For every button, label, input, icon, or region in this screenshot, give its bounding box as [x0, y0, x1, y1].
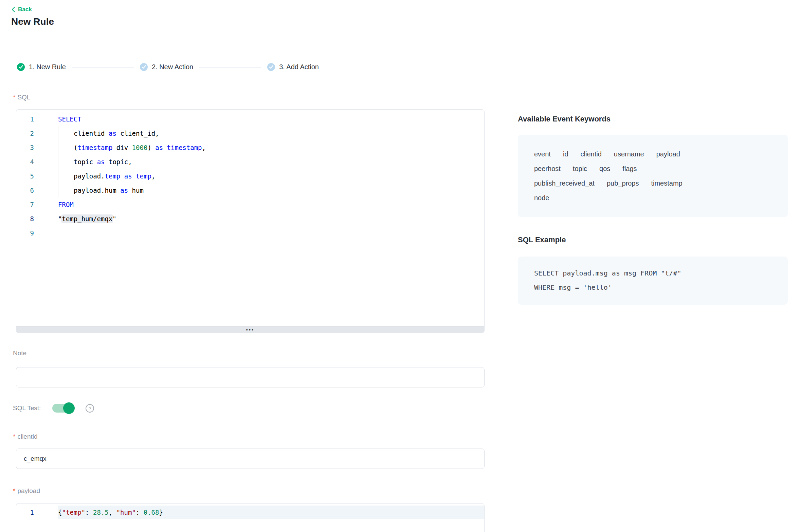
sql-editor[interactable]: 1SELECT2clientid as client_id,3(timestam… [16, 109, 485, 333]
clientid-field-label: *clientid [13, 433, 38, 440]
new-rule-page: Back New Rule 1. New Rule 2. New Action … [0, 0, 800, 532]
sql-test-row: SQL Test: ? [13, 404, 94, 413]
sql-example-box: SELECT payload.msg as msg FROM "t/#"WHER… [518, 256, 788, 305]
check-icon [17, 63, 25, 71]
event-keyword: pub_props [607, 176, 639, 191]
event-keyword: id [563, 147, 568, 162]
code-line: 3(timestamp div 1000) as timestamp, [16, 140, 484, 155]
chevron-left-icon [11, 6, 16, 13]
line-number: 2 [16, 126, 58, 140]
line-number: 9 [16, 226, 58, 240]
event-keywords-box: eventidclientidusernamepayloadpeerhostto… [518, 135, 788, 217]
code-line: 4topic as topic, [16, 155, 484, 169]
drag-handle-icon: ••• [246, 327, 255, 332]
line-number: 6 [16, 183, 58, 197]
step-label: 2. New Action [152, 63, 193, 71]
code-line: 5payload.temp as temp, [16, 169, 484, 183]
keyword-row: publish_received_atpub_propstimestamp [534, 176, 774, 191]
payload-editor[interactable]: 1{"temp": 28.5, "hum": 0.68} [16, 503, 485, 532]
indent-guide [58, 169, 74, 183]
line-number: 3 [16, 140, 58, 155]
event-keyword: peerhost [534, 162, 561, 176]
check-icon [140, 63, 148, 71]
event-keyword: flags [622, 162, 637, 176]
code-line: 8"temp_hum/emqx" [16, 212, 484, 226]
help-icon[interactable]: ? [86, 404, 94, 413]
line-number: 1 [16, 112, 58, 126]
required-asterisk: * [13, 433, 15, 440]
sql-test-label: SQL Test: [13, 404, 41, 412]
note-field-label: Note [13, 349, 26, 357]
step-label: 1. New Rule [29, 63, 66, 71]
step-3-add-action[interactable]: 3. Add Action [267, 63, 319, 71]
check-icon [267, 63, 275, 71]
payload-field-label: *payload [13, 487, 40, 495]
sql-example-title: SQL Example [518, 235, 566, 244]
step-connector [199, 67, 261, 68]
code-line: 2clientid as client_id, [16, 126, 484, 140]
indent-guide [58, 183, 74, 197]
indent-guide [58, 140, 74, 155]
event-keyword: publish_received_at [534, 176, 595, 191]
code-line: 1{"temp": 28.5, "hum": 0.68} [16, 506, 484, 519]
editor-resize-handle[interactable]: ••• [16, 326, 484, 333]
step-1-new-rule[interactable]: 1. New Rule [17, 63, 66, 71]
step-connector [72, 67, 134, 68]
line-number: 5 [16, 169, 58, 183]
event-keyword: timestamp [651, 176, 682, 191]
page-title: New Rule [11, 16, 54, 27]
sql-example-line: WHERE msg = 'hello' [534, 280, 774, 294]
note-input[interactable] [16, 367, 485, 387]
sql-test-toggle[interactable] [52, 404, 74, 413]
indent-guide [58, 155, 74, 169]
line-number: 7 [16, 197, 58, 212]
sql-field-label: *SQL [13, 94, 30, 101]
event-keyword: qos [599, 162, 610, 176]
step-indicator: 1. New Rule 2. New Action 3. Add Action [17, 63, 319, 71]
event-keyword: username [614, 147, 644, 162]
toggle-knob [63, 402, 75, 414]
event-keyword: payload [656, 147, 680, 162]
payload-editor-code: 1{"temp": 28.5, "hum": 0.68} [16, 504, 484, 519]
required-asterisk: * [13, 94, 15, 101]
event-keyword: node [534, 191, 549, 205]
available-event-keywords-title: Available Event Keywords [518, 115, 611, 124]
line-number: 4 [16, 155, 58, 169]
line-number: 1 [16, 506, 58, 519]
code-line: 9 [16, 226, 484, 240]
line-number: 8 [16, 212, 58, 226]
required-asterisk: * [13, 487, 15, 494]
back-link[interactable]: Back [11, 6, 32, 13]
indent-guide [58, 126, 74, 140]
event-keyword: clientid [581, 147, 602, 162]
keyword-row: eventidclientidusernamepayload [534, 147, 774, 162]
keyword-row: peerhosttopicqosflags [534, 162, 774, 176]
event-keyword: topic [573, 162, 587, 176]
sql-editor-code: 1SELECT2clientid as client_id,3(timestam… [16, 110, 484, 326]
step-2-new-action[interactable]: 2. New Action [140, 63, 193, 71]
code-line: 1SELECT [16, 112, 484, 126]
clientid-input[interactable] [16, 449, 485, 469]
back-label: Back [18, 6, 32, 13]
keyword-row: node [534, 191, 774, 205]
code-line: 6payload.hum as hum [16, 183, 484, 197]
sql-example-line: SELECT payload.msg as msg FROM "t/#" [534, 266, 774, 280]
code-line: 7FROM [16, 197, 484, 212]
step-label: 3. Add Action [279, 63, 319, 71]
event-keyword: event [534, 147, 551, 162]
